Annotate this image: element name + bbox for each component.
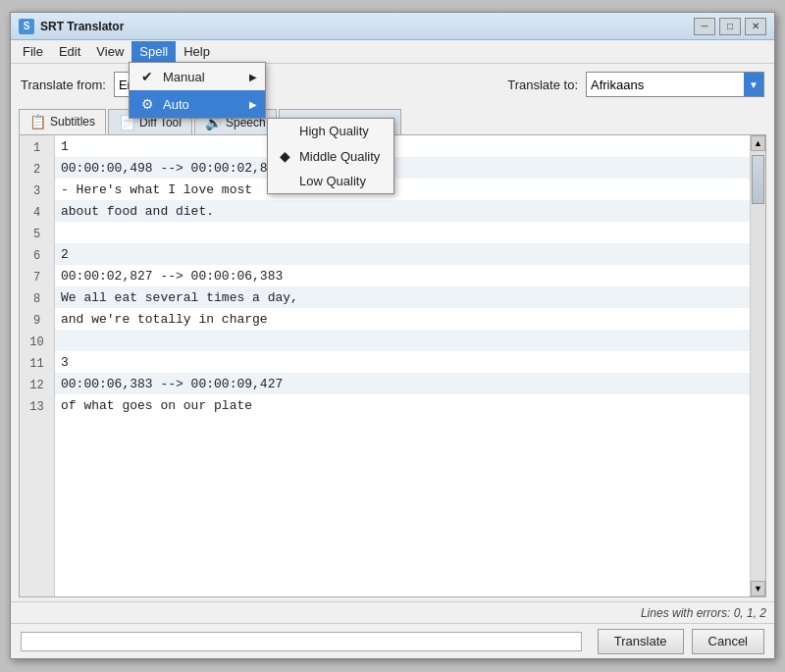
translate-from-label: Translate from:	[21, 78, 106, 92]
manual-icon: ✔	[137, 67, 157, 86]
translate-to-label: Translate to:	[507, 78, 578, 92]
line-number-13: 13	[20, 396, 54, 418]
line-number-9: 9	[20, 310, 54, 332]
status-text: Lines with errors: 0, 1, 2	[641, 606, 766, 620]
close-button[interactable]: ✕	[745, 18, 766, 35]
text-line-8: We all eat several times a day,	[55, 286, 750, 308]
line-number-5: 5	[20, 224, 54, 245]
minimize-button[interactable]: ─	[694, 18, 715, 35]
text-line-4: about food and diet.	[55, 200, 750, 222]
line-number-4: 4	[20, 202, 54, 224]
titlebar: S SRT Translator ─ □ ✕	[11, 13, 774, 40]
line-number-10: 10	[20, 332, 54, 353]
text-line-1: 1	[55, 135, 750, 157]
content-area: 12345678910111213 100:00:00,498 --> 00:0…	[19, 134, 766, 597]
text-line-10	[55, 330, 750, 351]
line-number-2: 2	[20, 159, 54, 181]
app-icon: S	[19, 19, 34, 34]
text-line-12: 00:00:06,383 --> 00:00:09,427	[55, 373, 750, 394]
main-window: S SRT Translator ─ □ ✕ File Edit View Sp…	[10, 12, 775, 659]
text-line-13: of what goes on our plate	[55, 394, 750, 416]
line-number-3: 3	[20, 181, 54, 202]
middle-quality-item[interactable]: ◆ Middle Quality	[268, 143, 393, 169]
text-line-3: - Here's what I love most	[55, 179, 750, 200]
line-number-11: 11	[20, 353, 54, 375]
spell-auto-item[interactable]: ⚙ Auto ▶ High Quality ◆ Middle Quality	[130, 90, 265, 118]
toolbar: Translate from: English Translate to: Af…	[11, 64, 774, 105]
bottombar: Translate Cancel	[11, 623, 774, 658]
menu-spell[interactable]: Spell	[131, 41, 176, 63]
text-line-2: 00:00:00,498 --> 00:00:02,827	[55, 157, 750, 179]
line-numbers: 12345678910111213	[20, 135, 55, 596]
titlebar-buttons: ─ □ ✕	[694, 18, 766, 35]
spell-manual-item[interactable]: ✔ Manual ▶	[130, 63, 265, 90]
subtitles-tab-icon: 📋	[29, 114, 46, 129]
translate-button[interactable]: Translate	[598, 629, 684, 654]
text-line-5	[55, 222, 750, 243]
scrollbar[interactable]: ▲ ▼	[750, 135, 765, 596]
statusbar: Lines with errors: 0, 1, 2	[11, 601, 774, 623]
line-number-6: 6	[20, 245, 54, 267]
bullet-middle: ◆	[280, 148, 295, 164]
scroll-thumb[interactable]	[752, 155, 764, 204]
cancel-button[interactable]: Cancel	[692, 629, 764, 654]
maximize-button[interactable]: □	[719, 18, 741, 35]
scroll-track	[751, 151, 765, 581]
auto-submenu: High Quality ◆ Middle Quality Low Qualit…	[267, 118, 394, 194]
target-language-dropdown[interactable]: Afrikaans ▼	[586, 72, 764, 97]
menu-edit[interactable]: Edit	[51, 41, 88, 63]
spell-dropdown: ✔ Manual ▶ ⚙ Auto ▶ High Quality ◆ Middl…	[129, 62, 266, 119]
window-title: SRT Translator	[40, 20, 694, 33]
text-line-9: and we're totally in charge	[55, 308, 750, 330]
line-number-12: 12	[20, 375, 54, 396]
text-line-7: 00:00:02,827 --> 00:00:06,383	[55, 265, 750, 286]
menu-file[interactable]: File	[15, 41, 51, 63]
text-line-6: 2	[55, 243, 750, 265]
line-number-8: 8	[20, 288, 54, 310]
menubar: File Edit View Spell Help ✔ Manual ▶ ⚙ A…	[11, 40, 774, 64]
text-line-11: 3	[55, 351, 750, 373]
high-quality-item[interactable]: High Quality	[268, 119, 393, 143]
target-lang-display: Afrikaans	[587, 73, 744, 96]
translate-to-section: Translate to: Afrikaans ▼	[507, 72, 764, 97]
menu-help[interactable]: Help	[176, 41, 218, 63]
line-number-1: 1	[20, 137, 54, 159]
tab-subtitles[interactable]: 📋 Subtitles	[19, 109, 106, 134]
progress-bar-container	[21, 632, 582, 651]
scroll-up-btn[interactable]: ▲	[751, 135, 765, 151]
text-content[interactable]: 100:00:00,498 --> 00:00:02,827- Here's w…	[55, 135, 750, 596]
line-number-7: 7	[20, 267, 54, 288]
menu-view[interactable]: View	[88, 41, 131, 63]
scroll-down-btn[interactable]: ▼	[751, 581, 765, 596]
auto-icon: ⚙	[137, 94, 157, 114]
target-lang-arrow[interactable]: ▼	[744, 73, 763, 96]
low-quality-item[interactable]: Low Quality	[268, 169, 393, 193]
